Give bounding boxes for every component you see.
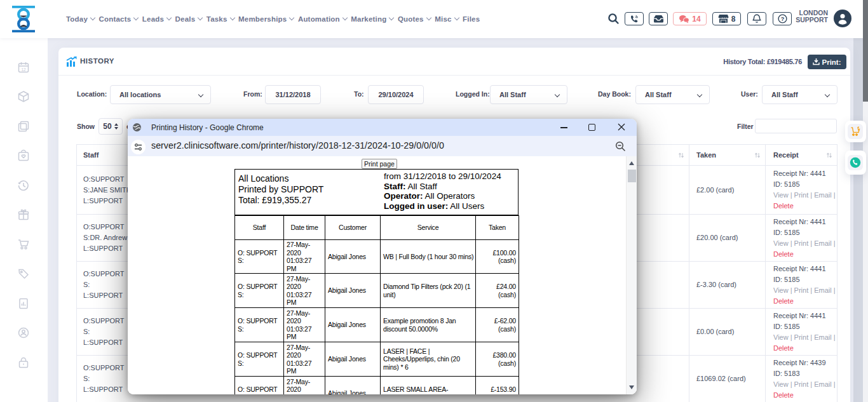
svg-text:?: ? [780, 16, 784, 22]
svg-text:12: 12 [21, 67, 26, 72]
